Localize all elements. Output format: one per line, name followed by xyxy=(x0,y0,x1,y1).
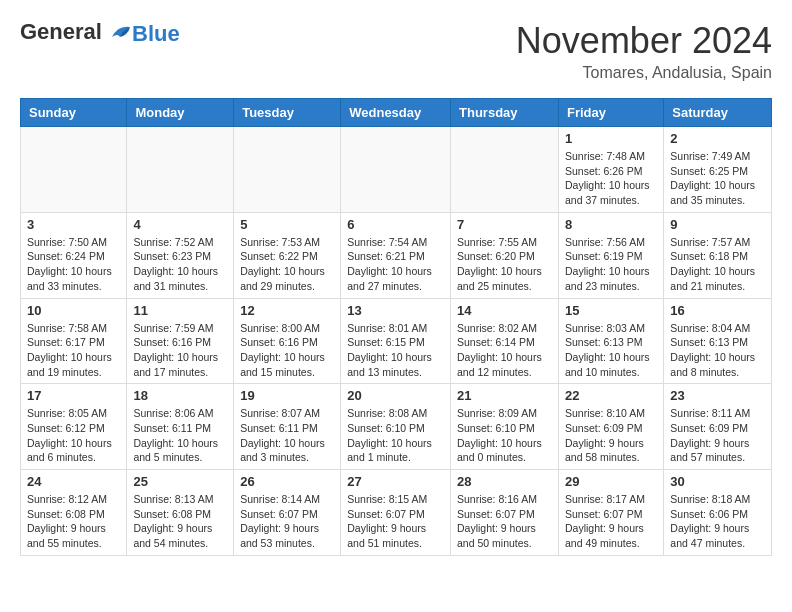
day-info: Sunrise: 8:09 AM Sunset: 6:10 PM Dayligh… xyxy=(457,406,552,465)
day-number: 22 xyxy=(565,388,657,403)
day-info: Sunrise: 8:06 AM Sunset: 6:11 PM Dayligh… xyxy=(133,406,227,465)
day-info: Sunrise: 8:01 AM Sunset: 6:15 PM Dayligh… xyxy=(347,321,444,380)
day-info: Sunrise: 8:17 AM Sunset: 6:07 PM Dayligh… xyxy=(565,492,657,551)
calendar-week-row: 10Sunrise: 7:58 AM Sunset: 6:17 PM Dayli… xyxy=(21,298,772,384)
day-info: Sunrise: 8:08 AM Sunset: 6:10 PM Dayligh… xyxy=(347,406,444,465)
table-row: 23Sunrise: 8:11 AM Sunset: 6:09 PM Dayli… xyxy=(664,384,772,470)
day-number: 3 xyxy=(27,217,120,232)
day-number: 14 xyxy=(457,303,552,318)
day-info: Sunrise: 8:11 AM Sunset: 6:09 PM Dayligh… xyxy=(670,406,765,465)
day-number: 27 xyxy=(347,474,444,489)
col-thursday: Thursday xyxy=(451,99,559,127)
table-row: 16Sunrise: 8:04 AM Sunset: 6:13 PM Dayli… xyxy=(664,298,772,384)
day-number: 16 xyxy=(670,303,765,318)
day-info: Sunrise: 8:15 AM Sunset: 6:07 PM Dayligh… xyxy=(347,492,444,551)
table-row xyxy=(341,127,451,213)
table-row: 12Sunrise: 8:00 AM Sunset: 6:16 PM Dayli… xyxy=(234,298,341,384)
day-number: 28 xyxy=(457,474,552,489)
day-number: 1 xyxy=(565,131,657,146)
table-row: 4Sunrise: 7:52 AM Sunset: 6:23 PM Daylig… xyxy=(127,212,234,298)
header: General Blue Novem xyxy=(20,20,772,82)
table-row: 22Sunrise: 8:10 AM Sunset: 6:09 PM Dayli… xyxy=(558,384,663,470)
day-number: 12 xyxy=(240,303,334,318)
table-row: 26Sunrise: 8:14 AM Sunset: 6:07 PM Dayli… xyxy=(234,470,341,556)
table-row: 8Sunrise: 7:56 AM Sunset: 6:19 PM Daylig… xyxy=(558,212,663,298)
day-info: Sunrise: 8:12 AM Sunset: 6:08 PM Dayligh… xyxy=(27,492,120,551)
day-number: 11 xyxy=(133,303,227,318)
table-row: 2Sunrise: 7:49 AM Sunset: 6:25 PM Daylig… xyxy=(664,127,772,213)
day-number: 24 xyxy=(27,474,120,489)
table-row: 18Sunrise: 8:06 AM Sunset: 6:11 PM Dayli… xyxy=(127,384,234,470)
day-number: 4 xyxy=(133,217,227,232)
table-row: 20Sunrise: 8:08 AM Sunset: 6:10 PM Dayli… xyxy=(341,384,451,470)
table-row: 21Sunrise: 8:09 AM Sunset: 6:10 PM Dayli… xyxy=(451,384,559,470)
calendar-week-row: 24Sunrise: 8:12 AM Sunset: 6:08 PM Dayli… xyxy=(21,470,772,556)
day-info: Sunrise: 7:56 AM Sunset: 6:19 PM Dayligh… xyxy=(565,235,657,294)
day-number: 23 xyxy=(670,388,765,403)
day-number: 8 xyxy=(565,217,657,232)
table-row: 29Sunrise: 8:17 AM Sunset: 6:07 PM Dayli… xyxy=(558,470,663,556)
calendar-table: Sunday Monday Tuesday Wednesday Thursday… xyxy=(20,98,772,556)
table-row: 24Sunrise: 8:12 AM Sunset: 6:08 PM Dayli… xyxy=(21,470,127,556)
table-row xyxy=(21,127,127,213)
day-number: 7 xyxy=(457,217,552,232)
col-sunday: Sunday xyxy=(21,99,127,127)
table-row: 25Sunrise: 8:13 AM Sunset: 6:08 PM Dayli… xyxy=(127,470,234,556)
day-number: 30 xyxy=(670,474,765,489)
day-info: Sunrise: 7:53 AM Sunset: 6:22 PM Dayligh… xyxy=(240,235,334,294)
table-row xyxy=(234,127,341,213)
day-info: Sunrise: 8:13 AM Sunset: 6:08 PM Dayligh… xyxy=(133,492,227,551)
day-number: 6 xyxy=(347,217,444,232)
location: Tomares, Andalusia, Spain xyxy=(516,64,772,82)
day-info: Sunrise: 7:59 AM Sunset: 6:16 PM Dayligh… xyxy=(133,321,227,380)
table-row: 17Sunrise: 8:05 AM Sunset: 6:12 PM Dayli… xyxy=(21,384,127,470)
table-row: 10Sunrise: 7:58 AM Sunset: 6:17 PM Dayli… xyxy=(21,298,127,384)
logo: General Blue xyxy=(20,20,180,46)
calendar-week-row: 17Sunrise: 8:05 AM Sunset: 6:12 PM Dayli… xyxy=(21,384,772,470)
day-info: Sunrise: 8:03 AM Sunset: 6:13 PM Dayligh… xyxy=(565,321,657,380)
table-row: 1Sunrise: 7:48 AM Sunset: 6:26 PM Daylig… xyxy=(558,127,663,213)
col-saturday: Saturday xyxy=(664,99,772,127)
day-number: 26 xyxy=(240,474,334,489)
table-row: 7Sunrise: 7:55 AM Sunset: 6:20 PM Daylig… xyxy=(451,212,559,298)
day-info: Sunrise: 8:00 AM Sunset: 6:16 PM Dayligh… xyxy=(240,321,334,380)
day-number: 21 xyxy=(457,388,552,403)
table-row: 30Sunrise: 8:18 AM Sunset: 6:06 PM Dayli… xyxy=(664,470,772,556)
day-number: 29 xyxy=(565,474,657,489)
table-row: 15Sunrise: 8:03 AM Sunset: 6:13 PM Dayli… xyxy=(558,298,663,384)
day-info: Sunrise: 8:04 AM Sunset: 6:13 PM Dayligh… xyxy=(670,321,765,380)
table-row: 14Sunrise: 8:02 AM Sunset: 6:14 PM Dayli… xyxy=(451,298,559,384)
day-info: Sunrise: 7:50 AM Sunset: 6:24 PM Dayligh… xyxy=(27,235,120,294)
day-number: 17 xyxy=(27,388,120,403)
day-info: Sunrise: 7:55 AM Sunset: 6:20 PM Dayligh… xyxy=(457,235,552,294)
day-number: 2 xyxy=(670,131,765,146)
calendar-week-row: 3Sunrise: 7:50 AM Sunset: 6:24 PM Daylig… xyxy=(21,212,772,298)
page: General Blue Novem xyxy=(0,0,792,576)
table-row xyxy=(127,127,234,213)
day-info: Sunrise: 7:54 AM Sunset: 6:21 PM Dayligh… xyxy=(347,235,444,294)
table-row xyxy=(451,127,559,213)
day-number: 15 xyxy=(565,303,657,318)
day-info: Sunrise: 7:48 AM Sunset: 6:26 PM Dayligh… xyxy=(565,149,657,208)
table-row: 6Sunrise: 7:54 AM Sunset: 6:21 PM Daylig… xyxy=(341,212,451,298)
day-info: Sunrise: 8:07 AM Sunset: 6:11 PM Dayligh… xyxy=(240,406,334,465)
day-number: 10 xyxy=(27,303,120,318)
day-number: 19 xyxy=(240,388,334,403)
month-title: November 2024 xyxy=(516,20,772,62)
title-section: November 2024 Tomares, Andalusia, Spain xyxy=(516,20,772,82)
calendar-week-row: 1Sunrise: 7:48 AM Sunset: 6:26 PM Daylig… xyxy=(21,127,772,213)
col-monday: Monday xyxy=(127,99,234,127)
day-number: 9 xyxy=(670,217,765,232)
day-info: Sunrise: 8:02 AM Sunset: 6:14 PM Dayligh… xyxy=(457,321,552,380)
day-number: 13 xyxy=(347,303,444,318)
day-number: 18 xyxy=(133,388,227,403)
logo-general: General xyxy=(20,19,102,44)
table-row: 3Sunrise: 7:50 AM Sunset: 6:24 PM Daylig… xyxy=(21,212,127,298)
day-info: Sunrise: 8:14 AM Sunset: 6:07 PM Dayligh… xyxy=(240,492,334,551)
day-info: Sunrise: 8:05 AM Sunset: 6:12 PM Dayligh… xyxy=(27,406,120,465)
col-tuesday: Tuesday xyxy=(234,99,341,127)
day-number: 20 xyxy=(347,388,444,403)
day-info: Sunrise: 7:52 AM Sunset: 6:23 PM Dayligh… xyxy=(133,235,227,294)
day-info: Sunrise: 8:18 AM Sunset: 6:06 PM Dayligh… xyxy=(670,492,765,551)
table-row: 19Sunrise: 8:07 AM Sunset: 6:11 PM Dayli… xyxy=(234,384,341,470)
